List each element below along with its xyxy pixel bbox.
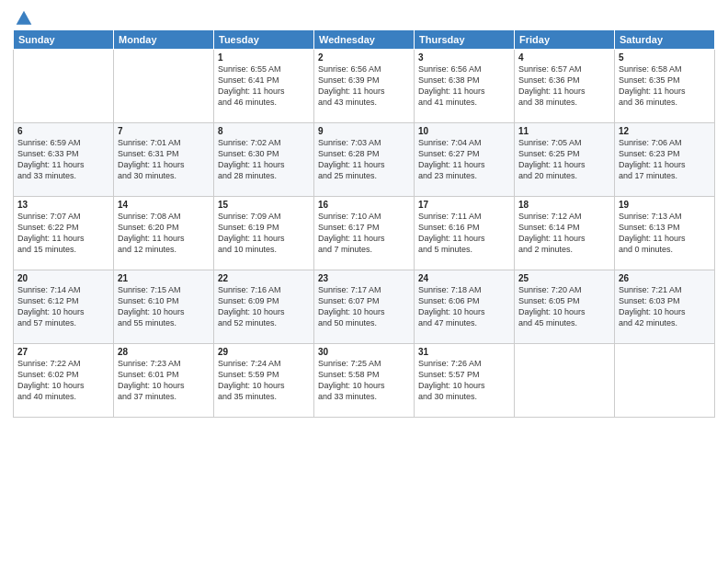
day-content: Sunrise: 7:23 AM Sunset: 6:01 PM Dayligh… [118,358,210,403]
calendar-week-4: 20Sunrise: 7:14 AM Sunset: 6:12 PM Dayli… [14,270,715,344]
day-number: 24 [418,273,510,283]
day-number: 16 [318,200,410,210]
day-content: Sunrise: 7:13 AM Sunset: 6:13 PM Dayligh… [619,211,711,256]
calendar-cell: 9Sunrise: 7:03 AM Sunset: 6:28 PM Daylig… [314,123,415,197]
day-number: 13 [17,200,109,210]
day-content: Sunrise: 7:17 AM Sunset: 6:07 PM Dayligh… [318,284,410,329]
day-header-saturday: Saturday [615,30,715,50]
calendar-cell: 27Sunrise: 7:22 AM Sunset: 6:02 PM Dayli… [14,344,114,418]
day-content: Sunrise: 7:08 AM Sunset: 6:20 PM Dayligh… [118,211,210,256]
calendar-cell: 4Sunrise: 6:57 AM Sunset: 6:36 PM Daylig… [515,50,615,123]
calendar-cell: 22Sunrise: 7:16 AM Sunset: 6:09 PM Dayli… [214,270,314,344]
calendar-cell: 18Sunrise: 7:12 AM Sunset: 6:14 PM Dayli… [515,197,615,270]
day-content: Sunrise: 7:09 AM Sunset: 6:19 PM Dayligh… [218,211,310,256]
day-number: 27 [17,347,109,357]
day-content: Sunrise: 6:57 AM Sunset: 6:36 PM Dayligh… [518,63,610,109]
calendar-week-5: 27Sunrise: 7:22 AM Sunset: 6:02 PM Dayli… [14,344,715,418]
day-number: 17 [418,200,510,210]
day-number: 4 [518,52,610,63]
day-content: Sunrise: 6:56 AM Sunset: 6:39 PM Dayligh… [318,63,410,109]
calendar-cell: 6Sunrise: 6:59 AM Sunset: 6:33 PM Daylig… [14,123,114,197]
calendar-header-row: SundayMondayTuesdayWednesdayThursdayFrid… [14,30,715,50]
calendar-cell: 21Sunrise: 7:15 AM Sunset: 6:10 PM Dayli… [114,270,214,344]
day-number: 20 [17,273,109,283]
svg-marker-0 [17,11,32,25]
day-number: 26 [619,273,711,283]
day-content: Sunrise: 6:55 AM Sunset: 6:41 PM Dayligh… [218,63,310,109]
calendar-cell: 30Sunrise: 7:25 AM Sunset: 5:58 PM Dayli… [314,344,415,418]
calendar-cell: 1Sunrise: 6:55 AM Sunset: 6:41 PM Daylig… [214,50,314,123]
day-content: Sunrise: 6:56 AM Sunset: 6:38 PM Dayligh… [418,63,510,109]
calendar-cell: 5Sunrise: 6:58 AM Sunset: 6:35 PM Daylig… [615,50,715,123]
calendar-cell [515,344,615,418]
calendar-cell [615,344,715,418]
calendar-cell: 24Sunrise: 7:18 AM Sunset: 6:06 PM Dayli… [415,270,515,344]
calendar-cell: 11Sunrise: 7:05 AM Sunset: 6:25 PM Dayli… [515,123,615,197]
day-header-friday: Friday [515,30,615,50]
page: SundayMondayTuesdayWednesdayThursdayFrid… [0,0,728,563]
day-number: 2 [318,52,410,63]
day-number: 12 [619,126,711,136]
calendar-cell: 15Sunrise: 7:09 AM Sunset: 6:19 PM Dayli… [214,197,314,270]
day-content: Sunrise: 7:04 AM Sunset: 6:27 PM Dayligh… [418,137,510,182]
calendar-week-1: 1Sunrise: 6:55 AM Sunset: 6:41 PM Daylig… [14,50,715,123]
calendar-cell: 25Sunrise: 7:20 AM Sunset: 6:05 PM Dayli… [515,270,615,344]
calendar-cell: 16Sunrise: 7:10 AM Sunset: 6:17 PM Dayli… [314,197,415,270]
day-number: 21 [118,273,210,283]
day-number: 30 [318,347,410,357]
calendar-cell: 29Sunrise: 7:24 AM Sunset: 5:59 PM Dayli… [214,344,314,418]
day-number: 23 [318,273,410,283]
day-content: Sunrise: 7:22 AM Sunset: 6:02 PM Dayligh… [17,358,109,403]
day-content: Sunrise: 7:21 AM Sunset: 6:03 PM Dayligh… [619,284,711,329]
calendar-cell: 23Sunrise: 7:17 AM Sunset: 6:07 PM Dayli… [314,270,415,344]
day-number: 3 [418,52,510,63]
day-number: 1 [218,52,310,63]
day-content: Sunrise: 7:16 AM Sunset: 6:09 PM Dayligh… [218,284,310,329]
day-number: 31 [418,347,510,357]
calendar-cell: 28Sunrise: 7:23 AM Sunset: 6:01 PM Dayli… [114,344,214,418]
day-number: 8 [218,126,310,136]
day-content: Sunrise: 7:01 AM Sunset: 6:31 PM Dayligh… [118,137,210,182]
day-number: 18 [518,200,610,210]
day-number: 5 [619,52,711,63]
day-content: Sunrise: 7:02 AM Sunset: 6:30 PM Dayligh… [218,137,310,182]
calendar-table: SundayMondayTuesdayWednesdayThursdayFrid… [13,29,715,418]
calendar-cell [114,50,214,123]
day-content: Sunrise: 6:59 AM Sunset: 6:33 PM Dayligh… [17,137,109,182]
day-number: 28 [118,347,210,357]
calendar-cell: 3Sunrise: 6:56 AM Sunset: 6:38 PM Daylig… [415,50,515,123]
logo-icon [15,9,33,28]
day-content: Sunrise: 7:06 AM Sunset: 6:23 PM Dayligh… [619,137,711,182]
calendar-cell: 20Sunrise: 7:14 AM Sunset: 6:12 PM Dayli… [14,270,114,344]
logo [13,9,33,24]
day-content: Sunrise: 7:10 AM Sunset: 6:17 PM Dayligh… [318,211,410,256]
day-content: Sunrise: 7:24 AM Sunset: 5:59 PM Dayligh… [218,358,310,403]
calendar-cell: 10Sunrise: 7:04 AM Sunset: 6:27 PM Dayli… [415,123,515,197]
day-content: Sunrise: 7:05 AM Sunset: 6:25 PM Dayligh… [518,137,610,182]
day-number: 9 [318,126,410,136]
day-content: Sunrise: 7:26 AM Sunset: 5:57 PM Dayligh… [418,358,510,403]
calendar-cell: 7Sunrise: 7:01 AM Sunset: 6:31 PM Daylig… [114,123,214,197]
header [13,9,715,24]
day-number: 7 [118,126,210,136]
day-content: Sunrise: 7:18 AM Sunset: 6:06 PM Dayligh… [418,284,510,329]
calendar-week-2: 6Sunrise: 6:59 AM Sunset: 6:33 PM Daylig… [14,123,715,197]
day-number: 19 [619,200,711,210]
day-header-monday: Monday [114,30,214,50]
day-number: 22 [218,273,310,283]
day-content: Sunrise: 7:25 AM Sunset: 5:58 PM Dayligh… [318,358,410,403]
calendar-cell: 12Sunrise: 7:06 AM Sunset: 6:23 PM Dayli… [615,123,715,197]
day-content: Sunrise: 7:20 AM Sunset: 6:05 PM Dayligh… [518,284,610,329]
day-content: Sunrise: 7:14 AM Sunset: 6:12 PM Dayligh… [17,284,109,329]
day-content: Sunrise: 6:58 AM Sunset: 6:35 PM Dayligh… [619,63,711,109]
day-content: Sunrise: 7:12 AM Sunset: 6:14 PM Dayligh… [518,211,610,256]
day-content: Sunrise: 7:03 AM Sunset: 6:28 PM Dayligh… [318,137,410,182]
day-number: 29 [218,347,310,357]
day-number: 14 [118,200,210,210]
day-header-thursday: Thursday [415,30,515,50]
day-header-sunday: Sunday [14,30,114,50]
day-content: Sunrise: 7:15 AM Sunset: 6:10 PM Dayligh… [118,284,210,329]
calendar-cell: 14Sunrise: 7:08 AM Sunset: 6:20 PM Dayli… [114,197,214,270]
calendar-week-3: 13Sunrise: 7:07 AM Sunset: 6:22 PM Dayli… [14,197,715,270]
day-header-tuesday: Tuesday [214,30,314,50]
